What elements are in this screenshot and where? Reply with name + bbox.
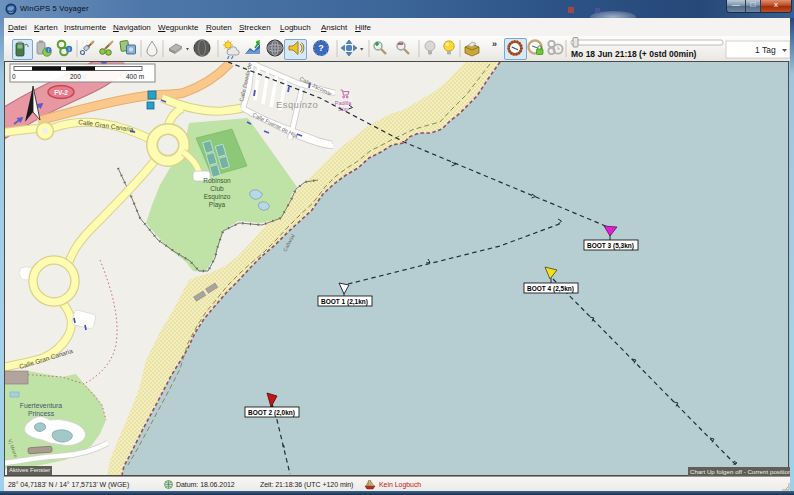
svg-text:Esquinzo: Esquinzo — [204, 193, 231, 201]
svg-text:Esquinzo: Esquinzo — [276, 99, 318, 110]
svg-text:»: » — [492, 39, 497, 49]
svg-text:Princess: Princess — [28, 410, 55, 417]
svg-text:?: ? — [318, 43, 324, 53]
svg-text:FV-2: FV-2 — [54, 89, 68, 96]
svg-text:0: 0 — [12, 73, 16, 80]
svg-text:Robinson: Robinson — [203, 177, 231, 184]
svg-text:Club: Club — [210, 185, 224, 192]
svg-text:Mo 18 Jun 21:18 (+ 0std 00min): Mo 18 Jun 21:18 (+ 0std 00min) — [571, 49, 697, 59]
svg-text:Playa: Playa — [209, 201, 226, 209]
svg-text:400 m: 400 m — [126, 73, 144, 80]
svg-text:i: i — [48, 47, 49, 53]
svg-text:BOOT 1 (2,1kn): BOOT 1 (2,1kn) — [321, 298, 368, 306]
svg-text:Fuerteventura: Fuerteventura — [20, 402, 63, 409]
svg-text:200: 200 — [70, 73, 81, 80]
svg-text:i: i — [68, 46, 69, 52]
svg-text:1 Tag: 1 Tag — [755, 45, 776, 55]
svg-text:BOOT 4 (2,5kn): BOOT 4 (2,5kn) — [527, 285, 574, 293]
svg-text:Súp: Súp — [338, 106, 348, 112]
svg-text:BOOT 3 (5,3kn): BOOT 3 (5,3kn) — [587, 242, 634, 250]
svg-text:BOOT 2 (2,0kn): BOOT 2 (2,0kn) — [248, 409, 295, 417]
